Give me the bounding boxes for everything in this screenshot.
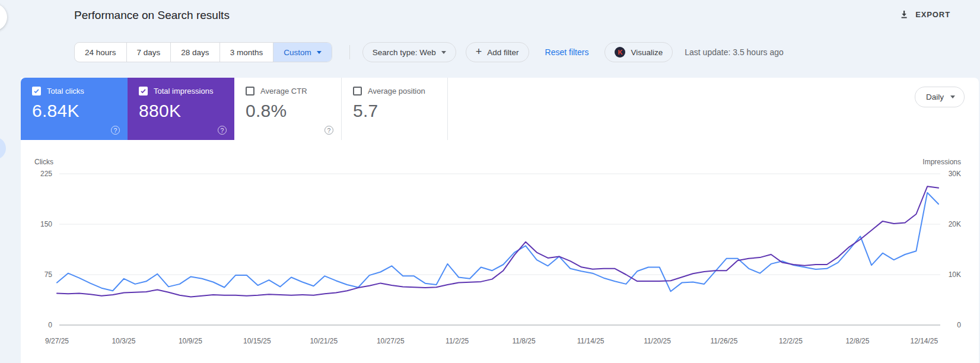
x-axis-tick: 10/15/25 — [243, 337, 271, 345]
y-right-tick: 0 — [957, 321, 961, 329]
x-axis-tick: 9/27/25 — [45, 337, 69, 345]
visualize-label: Visualize — [631, 48, 663, 57]
y-right-tick: 10K — [949, 270, 961, 279]
range-custom[interactable]: Custom — [273, 43, 332, 62]
x-axis-tick: 10/21/25 — [310, 337, 338, 345]
y-left-axis-label: Clicks — [34, 158, 53, 166]
performance-panel: Total clicks 6.84K ? Total impressions 8… — [21, 78, 979, 363]
x-axis-tick: 12/8/25 — [845, 337, 869, 345]
metric-value: 880K — [139, 101, 234, 121]
page-title: Performance on Search results — [74, 9, 230, 22]
help-icon[interactable]: ? — [324, 126, 333, 135]
range-28-days[interactable]: 28 days — [171, 43, 219, 62]
checkbox-unchecked-icon[interactable] — [246, 87, 254, 95]
help-icon[interactable]: ? — [218, 126, 227, 135]
checkbox-checked-icon[interactable] — [139, 87, 148, 95]
date-range-group: 24 hours 7 days 28 days 3 months Custom — [74, 42, 332, 62]
help-icon[interactable]: ? — [111, 126, 120, 135]
checkbox-checked-icon[interactable] — [32, 87, 41, 95]
granularity-label: Daily — [926, 93, 944, 101]
metric-label: Total impressions — [154, 87, 213, 95]
series-line-total-impressions[interactable] — [57, 186, 938, 297]
filter-divider — [349, 45, 350, 59]
x-axis-tick: 11/8/25 — [513, 337, 536, 345]
y-left-tick: 75 — [44, 270, 53, 279]
x-axis-tick: 10/9/25 — [179, 337, 202, 345]
performance-line-chart[interactable]: 22530K15020K7510K00ClicksImpressions9/27… — [21, 145, 979, 363]
search-type-dropdown[interactable]: Search type: Web — [362, 42, 456, 62]
metric-value: 0.8% — [246, 101, 341, 121]
filter-bar: 24 hours 7 days 28 days 3 months Custom … — [74, 42, 784, 62]
download-icon — [899, 9, 909, 19]
chevron-down-icon — [317, 51, 322, 54]
last-update-text: Last update: 3.5 hours ago — [685, 47, 784, 57]
add-filter-label: Add filter — [487, 48, 518, 57]
metric-value: 6.84K — [32, 101, 128, 121]
add-filter-button[interactable]: + Add filter — [466, 42, 529, 62]
metric-label: Average position — [368, 87, 425, 95]
metric-card-average-ctr[interactable]: Average CTR 0.8% ? — [234, 78, 341, 140]
chevron-down-icon — [950, 95, 955, 98]
plus-icon: + — [476, 46, 482, 57]
metric-label: Total clicks — [47, 87, 84, 95]
y-left-tick: 225 — [40, 170, 52, 178]
reset-filters-link[interactable]: Reset filters — [545, 47, 589, 57]
metric-card-total-clicks[interactable]: Total clicks 6.84K ? — [21, 78, 128, 140]
range-24-hours[interactable]: 24 hours — [75, 43, 127, 62]
x-axis-tick: 12/2/25 — [779, 337, 803, 345]
range-7-days[interactable]: 7 days — [127, 43, 171, 62]
x-axis-tick: 11/2/25 — [446, 337, 469, 345]
metric-label: Average CTR — [260, 87, 307, 95]
series-line-total-clicks[interactable] — [57, 193, 938, 292]
export-label: EXPORT — [915, 10, 950, 19]
x-axis-tick: 12/14/25 — [910, 337, 938, 345]
visualize-k-icon: K — [615, 47, 625, 58]
range-custom-label: Custom — [284, 48, 311, 57]
metric-card-total-impressions[interactable]: Total impressions 880K ? — [128, 78, 234, 140]
y-right-tick: 20K — [949, 220, 961, 228]
export-button[interactable]: EXPORT — [899, 9, 950, 19]
checkbox-unchecked-icon[interactable] — [353, 87, 362, 95]
chevron-down-icon — [441, 51, 446, 54]
x-axis-tick: 10/27/25 — [377, 337, 405, 345]
y-right-tick: 30K — [949, 170, 961, 178]
x-axis-tick: 11/20/25 — [644, 337, 671, 345]
search-type-label: Search type: Web — [373, 48, 436, 57]
x-axis-tick: 11/26/25 — [711, 337, 738, 345]
x-axis-tick: 10/3/25 — [112, 337, 135, 345]
x-axis-tick: 11/14/25 — [577, 337, 604, 345]
y-left-tick: 150 — [40, 220, 52, 228]
y-left-tick: 0 — [48, 321, 52, 329]
metric-value: 5.7 — [353, 101, 447, 121]
metric-cards: Total clicks 6.84K ? Total impressions 8… — [21, 78, 448, 140]
granularity-dropdown[interactable]: Daily — [915, 87, 965, 107]
metric-card-average-position[interactable]: Average position 5.7 — [341, 78, 448, 140]
visualize-button[interactable]: K Visualize — [604, 42, 673, 62]
floating-button-artifact — [0, 4, 7, 31]
range-3-months[interactable]: 3 months — [220, 43, 274, 62]
y-right-axis-label: Impressions — [922, 158, 961, 166]
floating-bubble-artifact — [0, 137, 6, 160]
